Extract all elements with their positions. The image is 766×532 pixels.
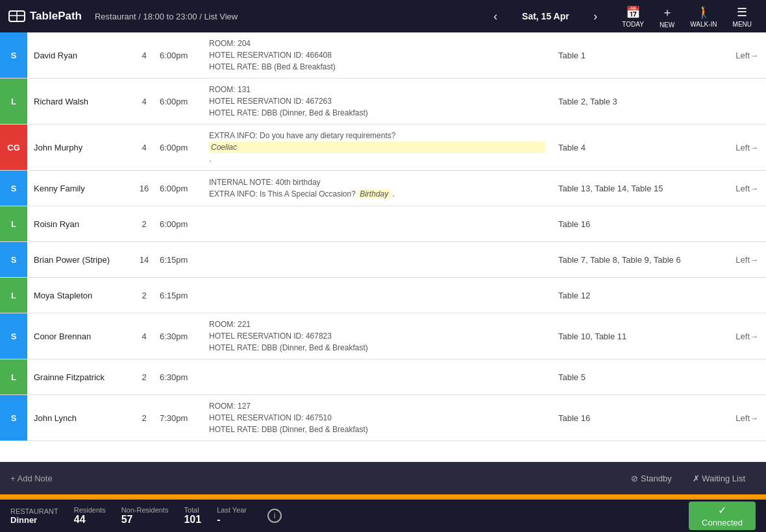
connected-check: ✓ [718, 504, 726, 516]
reservation-notes [203, 278, 552, 313]
table-row[interactable]: LRichard Walsh46:00pmROOM: 131HOTEL RESE… [0, 79, 766, 125]
row-indicator[interactable]: S [0, 313, 27, 359]
restaurant-section: RESTAURANT Dinner [10, 507, 58, 525]
reservation-time: 6:30pm [157, 359, 203, 394]
new-button[interactable]: ＋ NEW [653, 2, 681, 31]
table-row[interactable]: LRoisin Ryan26:00pmTable 16 [0, 206, 766, 242]
guest-count: 16 [131, 171, 157, 206]
table-row[interactable]: SBrian Power (Stripe)146:15pmTable 7, Ta… [0, 242, 766, 278]
total-value: 101 [184, 514, 201, 526]
header-actions: 📅 TODAY ＋ NEW 🚶 WALK-IN ☰ MENU [615, 2, 758, 31]
connected-button[interactable]: ✓ Connected [689, 502, 756, 530]
guest-count: 4 [131, 79, 157, 124]
breadcrumb: Restaurant / 18:00 to 23:00 / List View [95, 12, 488, 21]
reservation-status: Left→ [701, 171, 766, 206]
last-year-section: Last Year - [217, 506, 247, 526]
assigned-tables: Table 1 [552, 32, 701, 78]
reservation-time: 6:15pm [157, 278, 203, 313]
row-indicator[interactable]: S [0, 242, 27, 277]
header: TablePath Restaurant / 18:00 to 23:00 / … [0, 0, 766, 32]
row-indicator[interactable]: L [0, 278, 27, 313]
reservation-status [701, 359, 766, 394]
reservation-notes [203, 359, 552, 394]
last-year-value: - [217, 514, 247, 526]
reservation-time: 6:00pm [157, 125, 203, 170]
restaurant-label: RESTAURANT [10, 507, 58, 515]
reservation-notes: ROOM: 131HOTEL RESERVATION ID: 467263HOT… [203, 79, 552, 124]
guest-name: Conor Brennan [27, 313, 131, 359]
table-row[interactable]: LGrainne Fitzpatrick26:30pmTable 5 [0, 359, 766, 395]
today-button[interactable]: 📅 TODAY [615, 3, 650, 30]
assigned-tables: Table 5 [552, 359, 701, 394]
reservation-notes: INTERNAL NOTE: 40th birthdayEXTRA INFO: … [203, 171, 552, 206]
guest-name: Brian Power (Stripe) [27, 242, 131, 277]
guest-count: 4 [131, 125, 157, 170]
non-residents-value: 57 [121, 514, 169, 526]
logo-text: TablePath [30, 10, 82, 23]
waiting-list-button[interactable]: ✗ Waiting List [682, 474, 756, 483]
table-row[interactable]: SKenny Family166:00pmINTERNAL NOTE: 40th… [0, 171, 766, 206]
prev-arrow[interactable]: ‹ [488, 7, 502, 26]
residents-label: Residents [74, 506, 106, 514]
last-year-label: Last Year [217, 506, 247, 514]
walk-in-icon: 🚶 [697, 5, 711, 19]
footer: RESTAURANT Dinner Residents 44 Non-Resid… [0, 500, 766, 532]
reservation-status: Left→ [701, 32, 766, 78]
info-button[interactable]: i [267, 509, 282, 523]
residents-section: Residents 44 [74, 506, 106, 526]
left-indicator: Left→ [735, 255, 758, 265]
assigned-tables: Table 16 [552, 395, 701, 441]
row-indicator[interactable]: CG [0, 125, 27, 170]
table-row[interactable]: LMoya Stapleton26:15pmTable 12 [0, 278, 766, 313]
new-icon: ＋ [661, 5, 673, 20]
total-label: Total [184, 506, 201, 514]
assigned-tables: Table 13, Table 14, Table 15 [552, 171, 701, 206]
next-arrow[interactable]: › [588, 7, 602, 26]
guest-count: 14 [131, 242, 157, 277]
total-section: Total 101 [184, 506, 201, 526]
nav-center: ‹ Sat, 15 Apr › [488, 7, 602, 26]
reservation-time: 6:15pm [157, 242, 203, 277]
assigned-tables: Table 16 [552, 206, 701, 241]
reservation-status: Left→ [701, 313, 766, 359]
assigned-tables: Table 10, Table 11 [552, 313, 701, 359]
reservation-notes: ROOM: 221HOTEL RESERVATION ID: 467823HOT… [203, 313, 552, 359]
row-indicator[interactable]: S [0, 171, 27, 206]
reservation-time: 6:30pm [157, 313, 203, 359]
guest-name: Kenny Family [27, 171, 131, 206]
row-indicator[interactable]: L [0, 359, 27, 394]
left-indicator: Left→ [735, 413, 758, 423]
reservation-notes: ROOM: 204HOTEL RESERVATION ID: 466408HOT… [203, 32, 552, 78]
assigned-tables: Table 4 [552, 125, 701, 170]
new-label: NEW [660, 21, 674, 29]
table-row[interactable]: SJohn Lynch27:30pmROOM: 127HOTEL RESERVA… [0, 395, 766, 441]
row-indicator[interactable]: S [0, 395, 27, 441]
reservation-time: 6:00pm [157, 32, 203, 78]
left-indicator: Left→ [735, 51, 758, 60]
row-indicator[interactable]: L [0, 206, 27, 241]
reservation-status: Left→ [701, 242, 766, 277]
reservation-notes: ROOM: 127HOTEL RESERVATION ID: 467510HOT… [203, 395, 552, 441]
assigned-tables: Table 2, Table 3 [552, 79, 701, 124]
non-residents-label: Non-Residents [121, 506, 169, 514]
table-row[interactable]: CGJohn Murphy46:00pmEXTRA INFO: Do you h… [0, 125, 766, 171]
add-note-button[interactable]: + Add Note [10, 474, 621, 483]
menu-button[interactable]: ☰ MENU [726, 3, 758, 30]
left-indicator: Left→ [735, 332, 758, 341]
table-row[interactable]: SDavid Ryan46:00pmROOM: 204HOTEL RESERVA… [0, 32, 766, 79]
reservation-time: 6:00pm [157, 171, 203, 206]
row-indicator[interactable]: L [0, 79, 27, 124]
guest-count: 4 [131, 32, 157, 78]
assigned-tables: Table 12 [552, 278, 701, 313]
footer-stats: RESTAURANT Dinner Residents 44 Non-Resid… [10, 506, 689, 526]
left-indicator: Left→ [735, 143, 758, 152]
standby-button[interactable]: ⊘ Standby [621, 474, 682, 483]
reservation-notes: EXTRA INFO: Do you have any dietary requ… [203, 125, 552, 170]
walk-in-button[interactable]: 🚶 WALK-IN [684, 3, 723, 30]
menu-label: MENU [733, 21, 752, 28]
guest-count: 2 [131, 395, 157, 441]
left-indicator: Left→ [735, 184, 758, 193]
reservation-notes [203, 242, 552, 277]
table-row[interactable]: SConor Brennan46:30pmROOM: 221HOTEL RESE… [0, 313, 766, 359]
row-indicator[interactable]: S [0, 32, 27, 78]
